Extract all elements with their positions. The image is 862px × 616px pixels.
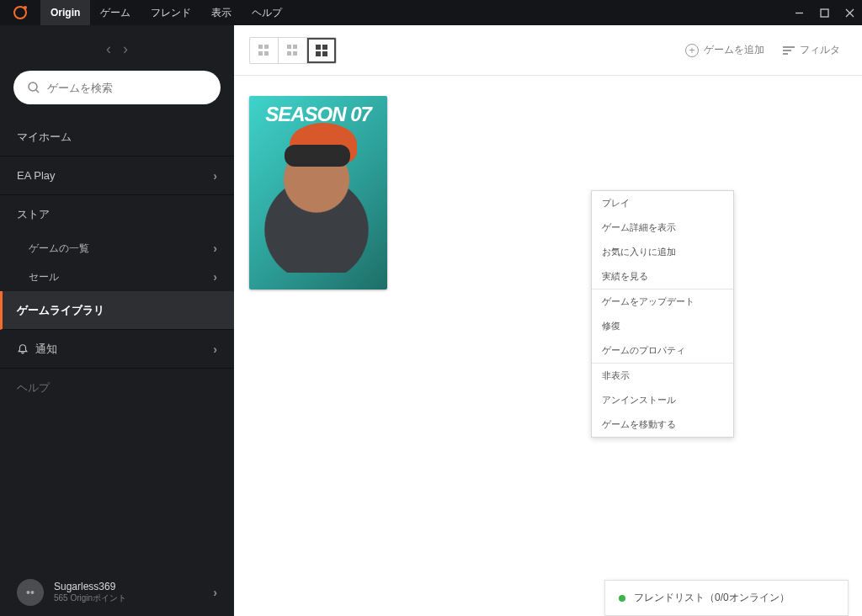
filter-label: フィルタ <box>800 43 840 57</box>
game-tile[interactable]: SEASON 07 <box>249 96 387 289</box>
sidebar-item-ea-play[interactable]: EA Play › <box>0 157 234 195</box>
view-large-grid[interactable] <box>307 38 336 63</box>
sidebar-item-label: マイホーム <box>17 130 72 145</box>
menu-friends[interactable]: フレンド <box>141 0 201 25</box>
chevron-right-icon: › <box>213 270 217 284</box>
ctx-uninstall[interactable]: アンインストール <box>592 388 733 412</box>
context-menu: プレイ ゲーム詳細を表示 お気に入りに追加 実績を見る ゲームをアップデート 修… <box>591 190 734 438</box>
game-tile-overlay-text: SEASON 07 <box>249 103 387 126</box>
ctx-play[interactable]: プレイ <box>592 191 733 215</box>
ctx-hide[interactable]: 非表示 <box>592 364 733 388</box>
content-area: + ゲームを追加 フィルタ SEASON 07 プレイ ゲーム詳細を表示 お気に… <box>234 25 862 616</box>
user-points: 565 Originポイント <box>54 592 126 604</box>
user-profile[interactable]: •• Sugarless369 565 Originポイント › <box>0 569 234 616</box>
friends-list-label: フレンドリスト（0/0オンライン） <box>634 591 790 605</box>
sidebar-sub-sale[interactable]: セール › <box>0 263 234 291</box>
sidebar-item-store[interactable]: ストア <box>0 195 234 234</box>
sidebar: ‹ › マイホーム EA Play › ストア ゲームの一覧 › セール <box>0 25 234 616</box>
svg-point-1 <box>29 82 37 91</box>
chevron-right-icon: › <box>213 242 217 255</box>
nav-forward-icon[interactable]: › <box>123 40 128 58</box>
ctx-move-game[interactable]: ゲームを移動する <box>592 412 733 437</box>
origin-logo-icon <box>0 6 40 19</box>
search-input[interactable] <box>13 71 221 104</box>
chevron-right-icon: › <box>213 169 217 183</box>
sidebar-item-label: ゲームの一覧 <box>29 242 89 256</box>
toolbar: + ゲームを追加 フィルタ <box>234 25 862 76</box>
view-medium-grid[interactable] <box>279 38 307 63</box>
sidebar-item-label: ストア <box>17 207 50 222</box>
menu-origin[interactable]: Origin <box>40 0 90 25</box>
user-name: Sugarless369 <box>54 581 126 592</box>
close-icon[interactable] <box>837 0 862 25</box>
ctx-view-achievements[interactable]: 実績を見る <box>592 264 733 289</box>
sidebar-item-label: ゲームライブラリ <box>17 303 104 318</box>
bell-icon <box>17 343 29 355</box>
sidebar-sub-game-list[interactable]: ゲームの一覧 › <box>0 234 234 263</box>
svg-rect-0 <box>821 9 828 17</box>
ctx-properties[interactable]: ゲームのプロパティ <box>592 338 733 363</box>
chevron-right-icon: › <box>213 343 217 356</box>
sidebar-item-label: セール <box>29 270 59 284</box>
ctx-show-details[interactable]: ゲーム詳細を表示 <box>592 215 733 240</box>
menu-help[interactable]: ヘルプ <box>242 0 292 25</box>
nav-back-icon[interactable]: ‹ <box>106 40 111 58</box>
ctx-update-game[interactable]: ゲームをアップデート <box>592 289 733 314</box>
menu-games[interactable]: ゲーム <box>90 0 141 25</box>
search-icon <box>27 81 40 94</box>
chevron-right-icon: › <box>213 586 217 599</box>
filter-button[interactable]: フィルタ <box>776 43 847 57</box>
sidebar-item-help[interactable]: ヘルプ <box>0 369 234 407</box>
sidebar-item-notifications[interactable]: 通知 › <box>0 330 234 369</box>
titlebar: Origin ゲーム フレンド 表示 ヘルプ <box>0 0 862 25</box>
sidebar-item-label: 通知 <box>35 342 57 357</box>
plus-circle-icon: + <box>685 44 699 57</box>
view-small-grid[interactable] <box>250 38 279 63</box>
add-game-button[interactable]: + ゲームを追加 <box>673 43 776 57</box>
avatar: •• <box>17 579 44 606</box>
sidebar-item-label: EA Play <box>17 169 56 182</box>
sidebar-item-my-home[interactable]: マイホーム <box>0 118 234 157</box>
online-status-icon <box>619 595 625 602</box>
add-game-label: ゲームを追加 <box>704 43 764 57</box>
sidebar-item-game-library[interactable]: ゲームライブラリ <box>0 291 234 330</box>
filter-icon <box>783 45 795 56</box>
friends-list-popup[interactable]: フレンドリスト（0/0オンライン） <box>604 580 849 616</box>
menu-view[interactable]: 表示 <box>201 0 242 25</box>
minimize-icon[interactable] <box>786 0 811 25</box>
ctx-add-favorite[interactable]: お気に入りに追加 <box>592 240 733 264</box>
view-mode-toggle <box>249 37 337 64</box>
sidebar-item-label: ヘルプ <box>17 380 50 396</box>
maximize-icon[interactable] <box>811 0 837 25</box>
ctx-repair[interactable]: 修復 <box>592 314 733 338</box>
